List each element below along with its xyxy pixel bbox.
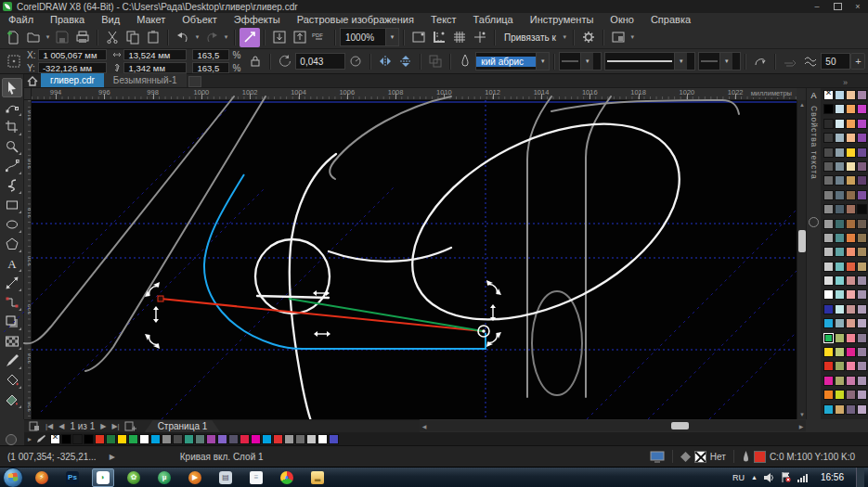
palette-swatch[interactable] [846,390,856,400]
palette-swatch[interactable] [835,376,845,386]
document-palette-swatch[interactable] [206,434,216,444]
palette-swatch[interactable] [857,347,867,357]
menu-8[interactable]: Таблица [465,13,522,26]
palette-swatch[interactable] [835,133,845,143]
palette-swatch[interactable] [823,390,834,400]
application-launcher-button[interactable] [608,28,628,47]
fill-color-swatch[interactable] [694,451,706,463]
document-palette-flyout-arrow[interactable]: ▸ [28,435,32,443]
palette-swatch[interactable] [846,262,856,272]
smoothness-field[interactable]: 50 [821,53,850,70]
palette-swatch[interactable] [846,190,856,200]
menu-2[interactable]: Вид [93,13,128,26]
redo-dropdown-arrow[interactable]: ▾ [222,28,230,47]
palette-swatch[interactable] [835,276,845,286]
minimize-button[interactable]: – [807,0,827,13]
document-palette-swatch[interactable] [329,434,339,444]
document-palette-swatch[interactable] [251,434,261,444]
rotate-handle-bottom-left[interactable] [145,334,160,349]
end-arrowhead-combo[interactable]: ▾ [698,52,741,70]
close-curve-button[interactable] [750,52,771,71]
close-button[interactable]: × [848,0,868,13]
document-palette-swatch[interactable] [150,434,161,444]
palette-swatch[interactable] [835,390,845,400]
publish-to-pdf-button[interactable]: PDF [310,28,330,47]
undo-button[interactable] [173,28,193,47]
palette-swatch[interactable] [857,404,867,415]
end-arrowhead-arrow[interactable]: ▾ [719,53,732,70]
text-tool[interactable]: А [2,253,22,273]
hidden-icons-arrow[interactable]: ▲ [751,474,758,481]
palette-swatch[interactable] [823,175,834,186]
palette-swatch[interactable] [823,219,834,229]
x-position-field[interactable]: 1 005,067 мм [38,49,107,60]
palette-swatch[interactable] [835,361,845,371]
palette-swatch[interactable] [823,133,834,143]
taskbar-utorrent[interactable]: µ [153,468,175,487]
open-dropdown-arrow[interactable]: ▾ [44,28,52,47]
palette-swatch[interactable] [835,262,845,272]
action-center-flag-icon[interactable] [781,472,791,482]
skew-handle-bottom[interactable] [314,331,330,337]
palette-swatch[interactable] [846,404,856,415]
previous-page-button[interactable]: ◀ [58,422,64,430]
application-launcher-arrow[interactable]: ▾ [628,28,637,47]
document-palette-swatch[interactable] [262,434,272,444]
palette-swatch[interactable] [857,161,867,172]
pick-tool[interactable] [2,78,22,97]
palette-swatch[interactable] [823,119,834,129]
next-page-button[interactable]: ▶ [100,422,106,430]
vertical-scrollbar[interactable]: ▲ ▼ [797,100,806,419]
menu-9[interactable]: Инструменты [522,13,602,26]
tray-handle-icon[interactable] [6,434,17,445]
zoom-level-arrow[interactable]: ▾ [385,29,398,45]
palette-eyedropper-icon[interactable] [35,434,45,444]
document-tab-active[interactable]: гливер.cdr [41,73,104,87]
palette-swatch[interactable] [823,90,834,100]
new-document-button[interactable] [3,28,23,47]
shape-tool[interactable] [2,97,22,117]
maximize-button[interactable] [827,0,848,13]
new-document-tab-button[interactable] [188,76,201,87]
object-width-field[interactable]: 13,524 мм [123,49,187,60]
palette-swatch[interactable] [823,204,834,214]
palette-swatch[interactable] [823,190,834,200]
palette-swatch[interactable] [857,333,867,343]
palette-swatch[interactable] [857,289,867,300]
artistic-media-tool[interactable] [2,175,22,195]
palette-swatch[interactable] [846,90,856,100]
document-palette-swatch[interactable] [117,434,127,444]
palette-swatch[interactable] [823,161,834,172]
show-grid-button[interactable] [449,28,470,47]
document-palette-swatch[interactable] [228,434,239,444]
palette-swatch[interactable] [835,304,845,314]
snap-to-arrow[interactable]: ▾ [561,28,569,47]
start-arrowhead-arrow[interactable]: ▾ [580,53,593,70]
smoothness-plus-button[interactable]: + [850,53,865,70]
document-palette-swatch[interactable] [106,434,116,444]
guidelines[interactable] [4,100,797,419]
palette-swatch[interactable] [857,361,867,371]
palette-swatch[interactable] [823,404,834,415]
palette-swatch[interactable] [835,233,845,243]
document-palette-swatch[interactable] [240,434,250,444]
angle-dial-icon[interactable] [345,52,366,71]
menu-7[interactable]: Текст [422,13,465,26]
volume-icon[interactable] [764,473,774,482]
mirror-horizontal-button[interactable] [375,52,395,71]
freehand-tool[interactable] [2,156,22,175]
title-bar[interactable]: CorelDRAW X8 (64-Bit) - C:\Users\Рада\De… [0,0,868,13]
document-palette-swatch[interactable] [317,434,328,444]
polygon-tool[interactable] [2,234,22,253]
palette-swatch[interactable] [823,262,834,272]
document-palette-swatch[interactable] [184,434,194,444]
document-palette-swatch[interactable] [284,434,294,444]
start-button[interactable] [3,468,23,487]
palette-swatch[interactable] [823,289,834,300]
document-palette-swatch[interactable] [128,434,138,444]
print-button[interactable] [72,28,93,47]
palette-swatch[interactable] [857,175,867,186]
add-page-icon[interactable] [124,421,136,431]
menu-6[interactable]: Растровые изображения [289,13,422,26]
scale-v-field[interactable]: 163,5 [192,62,229,73]
